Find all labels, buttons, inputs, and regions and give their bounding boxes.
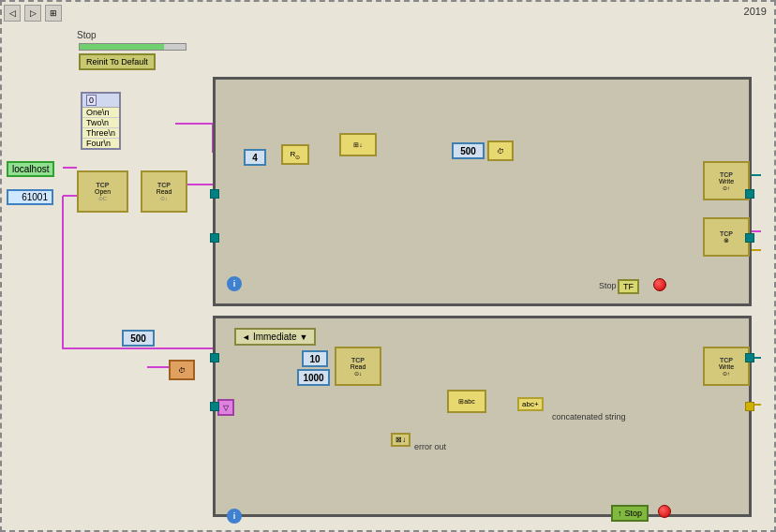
progress-bar: [79, 43, 187, 51]
tunnel-bot-right-1: [745, 353, 754, 362]
tcp-mid-bottom[interactable]: TCP Read ⊙↓: [335, 347, 381, 386]
tcp-icon: ⊙C: [98, 195, 107, 201]
r-label: R⊙: [291, 150, 301, 160]
tcp-write-top[interactable]: TCP Write ⊙↑: [703, 161, 750, 200]
format-block-bottom[interactable]: ⊞abc: [447, 390, 486, 413]
tcp-error-top-label: TCP: [720, 230, 733, 237]
bool-register-bottom: ▽: [217, 399, 234, 416]
tcp-error-top-sub: ⊗: [724, 237, 729, 244]
enum-control[interactable]: 0 One\n Two\n Three\n Four\n: [81, 92, 121, 150]
tunnel-bot-right-2: [745, 402, 754, 411]
tcp-read-label: TCP: [157, 182, 171, 188]
enum-item-4: Four\n: [82, 139, 119, 148]
wait-icon: ⏱: [178, 366, 186, 375]
concat-block[interactable]: abc+: [517, 397, 544, 411]
concat-icon: abc+: [522, 400, 539, 408]
tcp-read-icon: ⊙↓: [160, 195, 168, 201]
tcp-sub: Open: [95, 188, 111, 195]
stop-tf-indicator: TF: [618, 279, 639, 294]
arrow-left-icon: ◄: [242, 332, 250, 342]
error-out-block[interactable]: ⊠↓: [391, 433, 410, 447]
tcp-read-sub: Read: [157, 188, 172, 195]
port-control[interactable]: 61001: [7, 189, 53, 205]
tunnel-top-left-1: [210, 189, 219, 199]
info-bubble-bottom: i: [227, 509, 242, 524]
tunnel-bot-left-2: [210, 402, 219, 411]
immediate-label: Immediate: [253, 332, 297, 342]
numeric-4-control[interactable]: 4: [244, 149, 266, 166]
tunnel-top-right-2: [745, 233, 754, 243]
info-bubble-top: i: [227, 276, 242, 291]
led-red-bottom[interactable]: [658, 505, 671, 518]
stop-label: Stop: [77, 30, 97, 40]
toolbar: ◁ ▷ ⊞: [4, 4, 62, 22]
tcp-open-block[interactable]: TCP Open ⊙C: [77, 170, 128, 213]
numeric-500-top[interactable]: 500: [452, 142, 485, 159]
concat-string-label: concatenated string: [552, 412, 626, 421]
format-icon: ⊞↓: [353, 141, 363, 149]
timer-block-top[interactable]: ⏱: [487, 140, 514, 161]
timer-icon: ⏱: [497, 147, 504, 155]
format-block-top[interactable]: ⊞↓: [339, 133, 377, 156]
enum-index: 0: [86, 95, 97, 106]
error-out-icon: ⊠↓: [395, 436, 406, 444]
tcp-write-bottom[interactable]: TCP Write ⊙↑: [703, 347, 750, 386]
loop-frame-bottom: [213, 316, 752, 517]
loop-frame-top: [213, 77, 752, 306]
tcp-label: TCP: [97, 182, 110, 188]
tcp-write-bottom-label: TCP: [720, 357, 733, 363]
tcp-write-top-icon: ⊙↑: [723, 185, 730, 191]
tcp-error-top[interactable]: TCP ⊗: [703, 217, 750, 257]
stop-indicator-label: Stop: [625, 509, 643, 518]
localhost-control[interactable]: localhost: [7, 161, 54, 177]
back-button[interactable]: ◁: [4, 5, 21, 22]
tcp-mid-bottom-label: TCP: [351, 357, 365, 363]
error-out-label: error out: [414, 442, 446, 451]
numeric-1000-control[interactable]: 1000: [297, 369, 330, 386]
arrow-down-icon: ▼: [300, 332, 308, 342]
tcp-read-block[interactable]: TCP Read ⊙↓: [141, 170, 187, 213]
r-block[interactable]: R⊙: [281, 144, 309, 165]
main-canvas: ◁ ▷ ⊞ 2019 Stop Reinit To Default 0 One\…: [0, 0, 776, 532]
enum-item-2: Two\n: [82, 118, 119, 128]
tunnel-top-left-2: [210, 233, 219, 243]
tcp-write-top-label: TCP: [720, 171, 733, 178]
numeric-500-bottom[interactable]: 500: [122, 330, 155, 347]
wait-block-bottom[interactable]: ⏱: [169, 360, 195, 380]
forward-button[interactable]: ▷: [24, 5, 41, 22]
tcp-write-top-sub: Write: [719, 178, 734, 185]
reinit-button[interactable]: Reinit To Default: [79, 53, 156, 70]
stop-indicator-bottom[interactable]: ↑ Stop: [611, 505, 649, 522]
numeric-10-control[interactable]: 10: [302, 350, 328, 367]
format-bottom-icon: ⊞abc: [458, 398, 474, 406]
enum-item-1: One\n: [82, 108, 119, 118]
immediate-control[interactable]: ◄ Immediate ▼: [234, 328, 316, 346]
stop-area: Stop: [77, 30, 97, 42]
progress-fill: [80, 44, 164, 50]
stop-arrow-icon: ↑: [618, 509, 622, 518]
tcp-mid-bottom-icon: ⊙↓: [354, 370, 362, 377]
tcp-mid-bottom-sub: Read: [351, 363, 366, 370]
year-label: 2019: [744, 6, 767, 17]
stop-text: Stop: [599, 281, 617, 290]
tcp-write-bottom-icon: ⊙↑: [723, 370, 730, 377]
tunnel-bot-left-1: [210, 353, 219, 362]
vi-icon[interactable]: ⊞: [45, 5, 62, 22]
tunnel-top-right-1: [745, 189, 754, 199]
led-red-top[interactable]: [653, 278, 666, 291]
tcp-write-bottom-sub: Write: [719, 363, 734, 370]
enum-item-3: Three\n: [82, 128, 119, 139]
